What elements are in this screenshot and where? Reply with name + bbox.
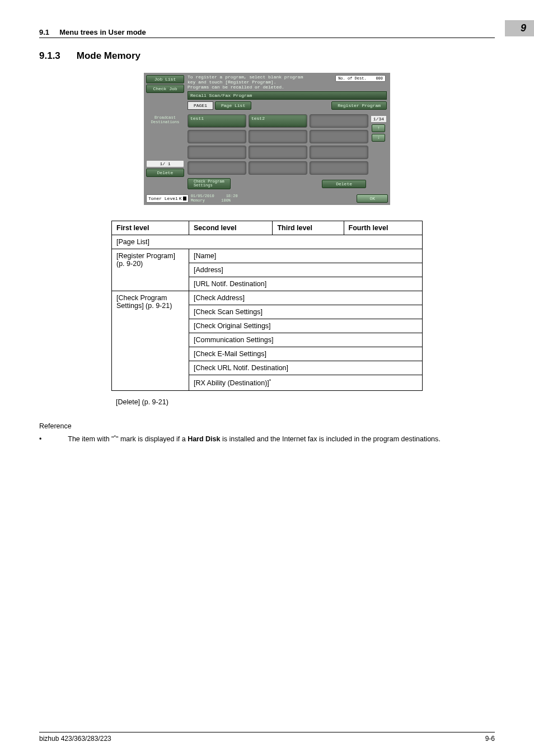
program-slot-2[interactable]: test2: [249, 114, 307, 128]
program-slot-empty[interactable]: [249, 161, 307, 175]
row-delete: [Delete] (p. 9-21): [111, 395, 423, 409]
program-slot-empty[interactable]: [310, 114, 368, 128]
section-name: Mode Memory: [77, 50, 140, 61]
levels-table: First level Second level Third level Fou…: [111, 221, 423, 390]
hard-disk-term: Hard Disk: [188, 435, 220, 443]
register-program-button[interactable]: Register Program: [331, 101, 387, 110]
job-list-button[interactable]: Job List: [146, 75, 184, 83]
row-check-url: [Check URL Notif. Destination]: [189, 361, 423, 375]
footer-model: bizhub 423/363/283/223: [39, 735, 111, 743]
col-fourth-level: Fourth level: [344, 221, 422, 235]
check-job-button[interactable]: Check Job: [146, 85, 184, 93]
delete-button[interactable]: Delete: [322, 180, 366, 188]
program-slot-empty[interactable]: [249, 146, 307, 159]
toner-label: Toner Level: [148, 196, 178, 201]
toner-bar-icon: [183, 197, 186, 200]
program-grid: test1 test2: [188, 114, 368, 175]
program-slot-empty[interactable]: [188, 161, 246, 175]
asterisk-icon: *: [269, 378, 271, 384]
dest-count-value: 000: [376, 76, 383, 81]
reference-list: The item with "*" mark is displayed if a…: [39, 433, 495, 445]
row-url-notif: [URL Notif. Destination]: [189, 277, 423, 291]
ref-text-c: is installed and the Internet fax is inc…: [220, 435, 440, 443]
page-list-button[interactable]: Page List: [215, 101, 251, 110]
row-page-list: [Page List]: [112, 235, 423, 249]
row-name: [Name]: [189, 249, 423, 263]
device-screen: No. of Dest. 000 Job List Check Job To r…: [144, 73, 390, 205]
row-communication: [Communication Settings]: [189, 333, 423, 347]
time-value: 18:20: [226, 194, 238, 198]
footer-page-number: 9-6: [485, 735, 495, 743]
section-title: 9.1.3 Mode Memory: [39, 50, 495, 62]
program-slot-empty[interactable]: [188, 146, 246, 159]
row-register-program: [Register Program] (p. 9-20): [112, 249, 189, 291]
page-indicator: 1/34: [371, 115, 387, 123]
msg-line-3: Programs can be recalled or deleted.: [188, 85, 284, 90]
date-value: 01/05/2010: [191, 194, 214, 198]
msg-line-1: To register a program, select blank prog…: [188, 74, 303, 80]
row-check-address: [Check Address]: [189, 291, 423, 305]
dest-count-badge: No. of Dest. 000: [335, 75, 386, 82]
program-slot-empty[interactable]: [310, 146, 368, 159]
page1-button[interactable]: PAGE1: [188, 101, 213, 110]
row-rx-ability: [RX Ability (Destination)]*: [189, 375, 423, 390]
screenshot-wrap: No. of Dest. 000 Job List Check Job To r…: [39, 73, 495, 205]
program-slot-empty[interactable]: [188, 130, 246, 143]
page-ratio: 1/ 1: [146, 160, 184, 167]
memory-value: 100%: [221, 198, 231, 203]
recall-tab[interactable]: Recall Scan/Fax Program: [188, 91, 387, 100]
toner-level: Toner Level K: [146, 194, 189, 203]
reference-bullet: The item with "*" mark is displayed if a…: [39, 433, 495, 445]
msg-line-2: key and touch [Register Program].: [188, 80, 276, 85]
page-header: 9.1 Menu trees in User mode 9: [39, 20, 495, 38]
chapter-badge: 9: [505, 20, 534, 36]
broadcast-label: Broadcast Destinations: [146, 114, 184, 125]
memory-label: Memory: [191, 198, 205, 203]
header-section-number: 9.1: [39, 28, 49, 36]
page-footer: bizhub 423/363/283/223 9-6: [39, 732, 495, 743]
arrow-up-button[interactable]: ↑: [372, 124, 385, 132]
program-slot-1[interactable]: test1: [188, 114, 246, 128]
header-left: 9.1 Menu trees in User mode: [39, 28, 146, 36]
col-third-level: Third level: [273, 221, 344, 235]
ref-text-b: " mark is displayed if a: [116, 435, 188, 443]
header-section-title: Menu trees in User mode: [59, 28, 146, 36]
toner-k: K: [179, 196, 182, 201]
ref-text-a: The item with ": [68, 435, 114, 443]
row-check-scan: [Check Scan Settings]: [189, 305, 423, 319]
row-check-program: [Check Program Settings] (p. 9-21): [112, 291, 189, 390]
section-number: 9.1.3: [39, 50, 74, 62]
program-slot-empty[interactable]: [310, 161, 368, 175]
rx-ability-text: [RX Ability (Destination)]: [194, 380, 269, 388]
program-slot-empty[interactable]: [249, 130, 307, 143]
arrow-down-button[interactable]: ↓: [372, 134, 385, 142]
col-second-level: Second level: [189, 221, 273, 235]
row-check-email: [Check E-Mail Settings]: [189, 347, 423, 361]
dest-count-label: No. of Dest.: [338, 76, 366, 81]
side-delete-button[interactable]: Delete: [146, 169, 184, 177]
program-slot-empty[interactable]: [310, 130, 368, 143]
ok-button[interactable]: OK: [357, 194, 388, 203]
check-program-settings-button[interactable]: Check Program Settings: [188, 178, 231, 189]
row-check-original: [Check Original Settings]: [189, 319, 423, 333]
reference-label: Reference: [39, 422, 495, 430]
row-address: [Address]: [189, 263, 423, 277]
col-first-level: First level: [112, 221, 189, 235]
